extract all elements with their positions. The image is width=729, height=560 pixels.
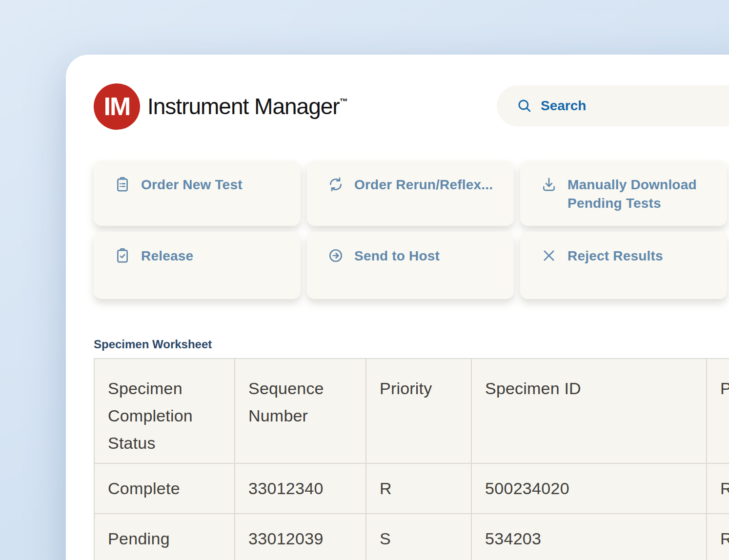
cell-priority: R — [366, 463, 471, 514]
cell-completion-status: Pending — [94, 514, 235, 560]
table-row[interactable]: Complete 33012340 R 500234020 R — [94, 463, 729, 514]
trademark-symbol: ™ — [340, 97, 348, 106]
im-logo: IM — [94, 83, 140, 130]
download-icon — [541, 176, 557, 194]
cell-truncated: R — [707, 463, 729, 514]
cell-sequence-number: 33012039 — [235, 514, 366, 560]
action-label: Send to Host — [354, 247, 440, 265]
reject-results-button[interactable]: Reject Results — [520, 232, 727, 299]
search-icon — [516, 98, 533, 114]
app-header: IM Instrument Manager™ Search — [94, 83, 729, 130]
column-header-specimen-id: Specimen ID — [471, 359, 707, 463]
action-label: Release — [141, 247, 193, 265]
column-header-truncated: P — [707, 359, 729, 463]
page-title: Instrument Manager™ — [147, 93, 348, 120]
clipboard-check-icon — [114, 247, 131, 265]
action-button-grid: Order New Test Order Rerun/Reflex... — [94, 160, 727, 299]
search-input[interactable]: Search — [497, 85, 729, 126]
order-new-test-button[interactable]: Order New Test — [94, 160, 301, 226]
column-header-sequence-number: Sequence Number — [235, 359, 366, 463]
app-window: IM Instrument Manager™ Search — [66, 55, 729, 560]
action-label: Order New Test — [141, 176, 243, 194]
cell-completion-status: Complete — [94, 463, 235, 514]
app-title-text: Instrument Manager — [147, 94, 340, 119]
clipboard-list-icon — [114, 176, 131, 194]
search-label: Search — [541, 98, 586, 114]
arrow-right-circle-icon — [327, 247, 344, 265]
cell-priority: S — [366, 514, 471, 560]
send-to-host-button[interactable]: Send to Host — [307, 232, 514, 299]
action-label: Order Rerun/Reflex... — [354, 176, 493, 194]
specimen-worksheet-table: Specimen Completion Status Sequence Numb… — [94, 358, 729, 560]
action-label: Reject Results — [567, 247, 663, 265]
x-icon — [541, 247, 557, 265]
worksheet-title: Specimen Worksheet — [94, 337, 729, 352]
release-button[interactable]: Release — [94, 232, 301, 299]
table-header-row: Specimen Completion Status Sequence Numb… — [94, 359, 729, 463]
rerun-icon — [327, 176, 344, 194]
cell-specimen-id: 534203 — [471, 514, 707, 560]
column-header-specimen-completion-status: Specimen Completion Status — [94, 359, 235, 463]
im-logo-text: IM — [104, 92, 130, 121]
manually-download-pending-tests-button[interactable]: Manually Download Pending Tests — [520, 160, 727, 226]
cell-specimen-id: 500234020 — [471, 463, 707, 514]
order-rerun-reflex-button[interactable]: Order Rerun/Reflex... — [307, 160, 514, 226]
table-row[interactable]: Pending 33012039 S 534203 R — [94, 514, 729, 560]
cell-sequence-number: 33012340 — [235, 463, 366, 514]
cell-truncated: R — [707, 514, 729, 560]
column-header-priority: Priority — [366, 359, 471, 463]
action-label: Manually Download Pending Tests — [567, 176, 713, 213]
